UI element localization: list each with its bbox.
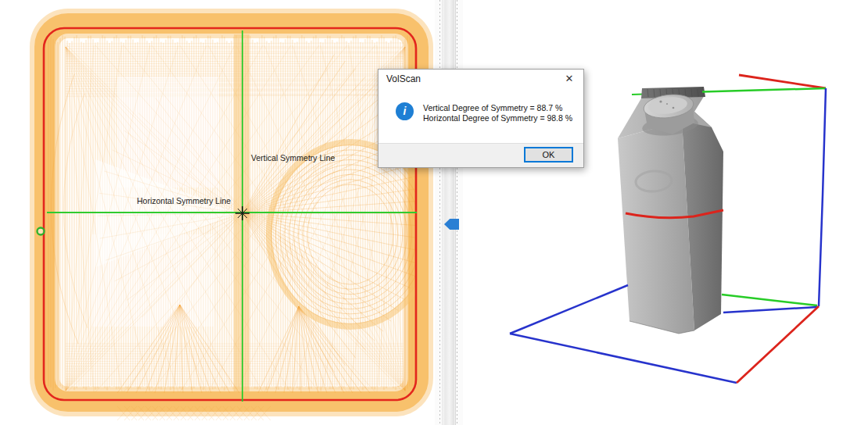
symmetry-2d-view-panel[interactable]: Horizontal Symmetry Line Vertical Symmet…: [0, 0, 435, 425]
splitter-groove-right: [457, 0, 457, 425]
dialog-titlebar[interactable]: VolScan ✕: [378, 70, 583, 87]
vertical-symmetry-line-label: Vertical Symmetry Line: [251, 153, 335, 162]
dialog-title: VolScan: [386, 73, 421, 84]
info-icon: i: [396, 102, 414, 120]
ok-button[interactable]: OK: [524, 147, 573, 162]
close-icon[interactable]: ✕: [562, 72, 576, 86]
horizontal-symmetry-result: Horizontal Degree of Symmetry = 98.8 %: [423, 113, 572, 123]
vertical-symmetry-result: Vertical Degree of Symmetry = 88.7 %: [423, 103, 572, 113]
scanned-carton-model: [618, 87, 723, 334]
dialog-body: i Vertical Degree of Symmetry = 88.7 % H…: [378, 87, 583, 144]
volscan-app-window: Horizontal Symmetry Line Vertical Symmet…: [0, 0, 868, 425]
splitter-bar[interactable]: [442, 0, 456, 425]
horizontal-symmetry-line-label: Horizontal Symmetry Line: [137, 196, 231, 205]
model-3d-canvas[interactable]: [463, 0, 868, 425]
symmetry-scan-canvas[interactable]: Horizontal Symmetry Line Vertical Symmet…: [0, 0, 435, 425]
volscan-message-dialog: VolScan ✕ i Vertical Degree of Symmetry …: [378, 69, 584, 168]
panel-splitter[interactable]: [435, 0, 463, 425]
dialog-footer: OK: [378, 143, 583, 167]
model-3d-view-panel[interactable]: [463, 0, 868, 425]
scan-wireframe-decor: [45, 23, 432, 420]
splitter-groove-left: [439, 0, 440, 425]
